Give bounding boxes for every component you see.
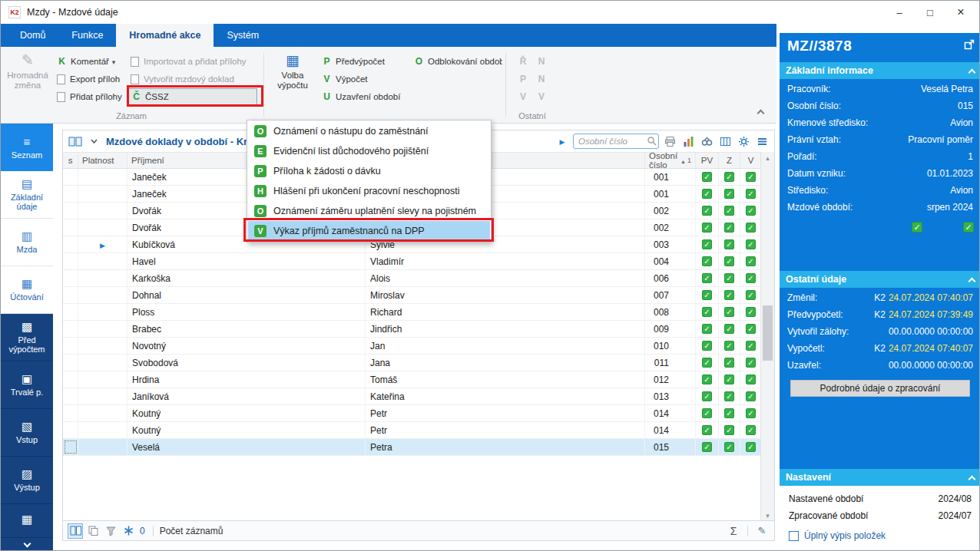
surname-cell: Novotný: [127, 338, 366, 354]
vytvorit-doklad-button[interactable]: Vytvořit mzdový doklad: [127, 71, 260, 87]
settings-gear-icon[interactable]: [736, 134, 751, 149]
table-row[interactable]: Koutný Petr 014: [63, 405, 762, 422]
cssz-button[interactable]: Č ČSSZ: [127, 88, 257, 105]
table-row[interactable]: Koutný Petr 014: [63, 422, 762, 439]
pages-icon[interactable]: [85, 523, 101, 539]
name-cell: Tomáš: [366, 371, 645, 388]
menu-item[interactable]: E Evidenční list důchodového pojištění: [248, 141, 490, 161]
table-row[interactable]: Karkoška Alois 006: [63, 270, 762, 287]
komentar-button[interactable]: K Komentář: [53, 53, 127, 70]
table-row[interactable]: Svobodová Jana 011: [63, 355, 762, 371]
maximize-button[interactable]: [915, 2, 945, 23]
menu-icon[interactable]: [754, 134, 770, 149]
predvypocet-button[interactable]: P Předvýpočet: [318, 53, 410, 70]
column-header-z[interactable]: Z: [719, 153, 740, 168]
edit-button[interactable]: [754, 523, 770, 539]
volba-vypoctu-label: Volba výpočtu: [267, 71, 318, 91]
importovat-prilohy-button[interactable]: Importovat a přidat přílohy: [127, 53, 260, 70]
volba-vypoctu-button[interactable]: Volba výpočtu: [267, 47, 318, 110]
menu-item[interactable]: V Výkaz příjmů zaměstnanců na DPP: [248, 221, 490, 241]
columns-icon[interactable]: [717, 134, 733, 149]
vertical-scrollbar[interactable]: [760, 152, 774, 522]
split-view-icon[interactable]: [68, 134, 83, 149]
table-row[interactable]: Ploss Richard 008: [63, 304, 762, 321]
scroll-up-icon[interactable]: [761, 152, 774, 164]
podrobne-udaje-button[interactable]: Podrobné údaje o zpracování: [790, 380, 970, 397]
close-button[interactable]: [945, 2, 976, 23]
sum-button[interactable]: [726, 523, 741, 539]
column-header-platnost[interactable]: Platnost: [78, 153, 127, 168]
open-in-window-icon[interactable]: [964, 39, 975, 52]
advanced-search-icon[interactable]: [699, 134, 714, 149]
sigma-icon: [730, 525, 737, 537]
checked-checkbox-icon: [702, 442, 712, 452]
section-title: Základní informace: [786, 65, 873, 76]
preview-toggle-icon[interactable]: [68, 523, 83, 539]
collapse-ribbon-button[interactable]: [755, 106, 766, 117]
unchecked-checkbox[interactable]: [789, 531, 799, 541]
column-header-pv[interactable]: PV: [696, 153, 719, 168]
titlebar: Mzdy - Mzdové údaje: [1, 1, 980, 24]
column-header-v[interactable]: V: [740, 153, 762, 168]
zakladni-rows: Pracovník: Veselá Petra Osobní číslo: 01…: [780, 81, 980, 216]
sidebar-item[interactable]: Vstup: [1, 409, 53, 457]
menu-item[interactable]: O Oznámení záměru uplatnění slevy na poj…: [248, 201, 490, 221]
refresh-asterisk-icon[interactable]: [121, 523, 136, 539]
column-header-osobni-cislo[interactable]: Osobní číslo 1: [645, 153, 696, 168]
play-filter-button[interactable]: [555, 134, 570, 149]
table-row[interactable]: Veselá Petra 015: [63, 439, 762, 456]
table-row[interactable]: Havel Vladimír 004: [63, 253, 762, 270]
search-icon[interactable]: [647, 136, 657, 148]
uzavreni-obdobi-button[interactable]: U Uzavření období: [318, 88, 410, 105]
z-cell: [719, 422, 740, 438]
table-row[interactable]: Janíková Kateřina 013: [63, 388, 762, 405]
hromadna-zmena-button[interactable]: Hromadná změna: [2, 47, 53, 110]
pridat-prilohy-button[interactable]: Přidat přílohy: [53, 88, 127, 105]
sidebar-item[interactable]: [1, 504, 53, 538]
ribbon-tab[interactable]: Domů: [7, 24, 58, 47]
v-cell: [740, 219, 762, 236]
minimize-button[interactable]: [884, 2, 915, 23]
section-header-nastaveni[interactable]: Nastavení: [780, 469, 980, 486]
print-icon[interactable]: [662, 134, 677, 149]
ribbon-separator: [263, 53, 264, 117]
odblokovani-obdobi-button[interactable]: O Odblokování období: [410, 53, 502, 70]
sidebar-collapse-button[interactable]: [1, 538, 53, 551]
sort-rank: 1: [687, 157, 691, 164]
chart-icon[interactable]: [680, 134, 696, 149]
menu-item[interactable]: H Hlášení při ukončení pracovní neschopn…: [248, 181, 490, 201]
section-header-ostatni-udaje[interactable]: Ostatní údaje: [780, 271, 980, 288]
pv-cell: [696, 270, 719, 286]
menu-item[interactable]: O Oznámení o nástupu do zaměstnání: [248, 121, 490, 141]
section-header-zakladni-informace[interactable]: Základní informace: [780, 62, 980, 79]
sidebar-item[interactable]: Trvalé p.: [1, 361, 53, 409]
ribbon-tab[interactable]: Funkce: [58, 24, 116, 47]
scrollbar-thumb[interactable]: [763, 305, 773, 361]
table-row[interactable]: Brabec Jindřich 009: [63, 321, 762, 338]
info-label: Změnil:: [787, 292, 817, 303]
sidebar-item[interactable]: Seznam: [1, 124, 53, 171]
v-cell: [740, 287, 762, 303]
sidebar-item[interactable]: Účtování: [1, 266, 53, 314]
table-row[interactable]: Hrdina Tomáš 012: [63, 371, 762, 388]
checked-checkbox-icon[interactable]: [912, 222, 922, 233]
filter-icon[interactable]: [103, 523, 118, 539]
table-row[interactable]: Dohnal Miroslav 007: [63, 287, 762, 304]
sidebar-item[interactable]: Mzda: [1, 219, 53, 266]
column-header-s[interactable]: s: [63, 153, 78, 168]
grid-title: Mzdové doklady v období - Kni: [106, 136, 253, 147]
menu-item[interactable]: P Příloha k žádosti o dávku: [248, 161, 490, 181]
view-chevron-down-icon[interactable]: [86, 134, 101, 149]
column-header-label: Osobní číslo: [649, 153, 677, 168]
table-row[interactable]: Novotný Jan 010: [63, 338, 762, 355]
menu-item-letter-icon: O: [254, 125, 267, 137]
sidebar-item[interactable]: Základní údaje: [1, 171, 53, 219]
info-value: 015: [958, 101, 973, 111]
ribbon-tab[interactable]: Hromadné akce: [116, 24, 214, 47]
sidebar-item[interactable]: Výstup: [1, 457, 53, 504]
sidebar-item[interactable]: Před výpočtem: [1, 314, 53, 361]
checked-checkbox-icon[interactable]: [963, 222, 974, 233]
ribbon-tab[interactable]: Systém: [214, 24, 272, 47]
vypocet-button[interactable]: V Výpočet: [318, 71, 410, 87]
export-priloh-button[interactable]: Export příloh: [53, 71, 127, 87]
